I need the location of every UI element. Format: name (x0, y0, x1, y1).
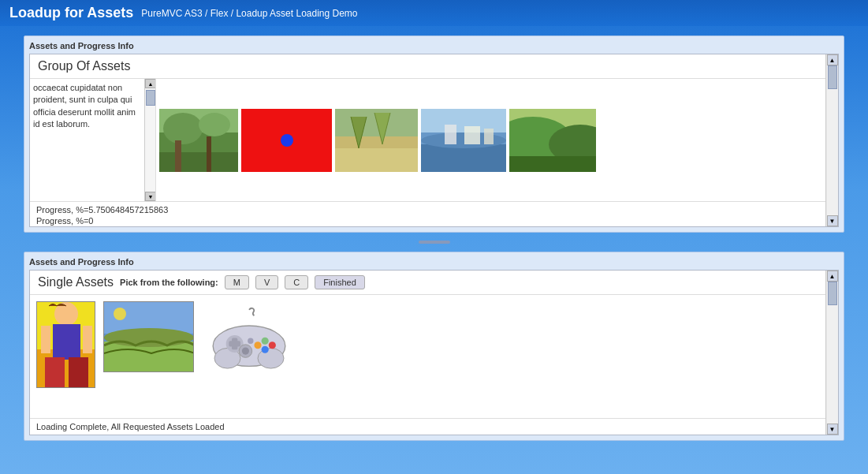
btn-finished[interactable]: Finished (315, 275, 365, 289)
panel1-title: Assets and Progress Info (29, 41, 839, 50)
loading-status: Loading Complete, All Requested Assets L… (30, 418, 825, 435)
single-title: Single Assets (38, 275, 114, 289)
asset-image-harbor (421, 109, 506, 172)
btn-c[interactable]: C (285, 275, 308, 289)
svg-rect-6 (207, 136, 211, 172)
svg-rect-27 (45, 357, 65, 388)
panel1-content: Group Of Assets occaecat cupidatat non p… (29, 54, 839, 227)
lorem-text: occaecat cupidatat non proident, sunt in… (33, 82, 152, 131)
panel2-title: Assets and Progress Info (29, 257, 839, 267)
svg-point-3 (163, 113, 203, 144)
text-area-panel: occaecat cupidatat non proident, sunt in… (30, 79, 156, 201)
svg-rect-14 (445, 125, 456, 144)
btn-v[interactable]: V (255, 275, 278, 289)
main-container: Assets and Progress Info Group Of Assets… (0, 26, 868, 450)
panel1: Assets and Progress Info Group Of Assets… (24, 35, 844, 233)
pick-label: Pick from the following: (120, 278, 218, 287)
panel2-scroll-thumb[interactable] (828, 282, 837, 305)
svg-rect-21 (509, 156, 596, 172)
asset-image-beach (335, 109, 418, 172)
svg-point-45 (269, 342, 276, 349)
svg-rect-2 (159, 152, 238, 172)
app-subtitle: PureMVC AS3 / Flex / Loadup Asset Loadin… (141, 8, 357, 19)
panel2-content: Single Assets Pick from the following: M… (29, 270, 839, 435)
panel1-scroll-down[interactable]: ▼ (827, 215, 838, 226)
svg-point-48 (248, 338, 253, 344)
svg-point-34 (104, 328, 194, 347)
svg-rect-5 (175, 140, 181, 172)
group-title: Group Of Assets (30, 54, 838, 79)
asset-image-red (241, 109, 332, 172)
panel2-scrollbar[interactable]: ▲ ▼ (825, 271, 838, 435)
panel1-scroll-up[interactable]: ▲ (827, 54, 838, 65)
svg-point-4 (199, 113, 230, 136)
svg-point-38 (258, 348, 284, 368)
svg-point-35 (114, 308, 126, 320)
svg-rect-41 (229, 341, 240, 346)
text-scroll-up[interactable]: ▲ (145, 79, 156, 88)
svg-rect-26 (53, 324, 80, 360)
panel2-scroll-up[interactable]: ▲ (827, 271, 838, 282)
app-title: Loadup for Assets (9, 5, 133, 21)
asset-image-controller (202, 301, 296, 376)
svg-rect-29 (41, 326, 50, 353)
svg-rect-15 (464, 126, 480, 144)
panel1-scroll-track (827, 65, 838, 215)
app-header: Loadup for Assets PureMVC AS3 / Flex / L… (0, 0, 868, 26)
text-scroll-down[interactable]: ▼ (145, 192, 156, 201)
divider-handle[interactable] (24, 239, 844, 245)
text-scrollbar[interactable]: ▲ ▼ (144, 79, 155, 201)
progress-line1: Progress, %=5.750648457215863 (36, 205, 832, 215)
svg-rect-9 (335, 148, 418, 172)
asset-image-nature1 (159, 109, 238, 172)
panel1-inner: Group Of Assets occaecat cupidatat non p… (30, 54, 838, 226)
asset-image-art-figure (36, 301, 95, 388)
asset-image-hills (509, 109, 596, 172)
svg-point-47 (242, 348, 249, 355)
svg-point-42 (262, 338, 269, 345)
panel1-body: occaecat cupidatat non proident, sunt in… (30, 79, 838, 201)
svg-rect-16 (484, 129, 494, 144)
panel2-scroll-track (827, 282, 838, 424)
panel2: Assets and Progress Info Single Assets P… (24, 252, 844, 441)
panel1-scrollbar[interactable]: ▲ ▼ (825, 54, 838, 226)
asset-image-vangogh (103, 301, 194, 372)
progress-line2: Progress, %=0 (36, 216, 832, 226)
divider-line (419, 241, 450, 244)
progress-area: Progress, %=5.750648457215863 Progress, … (30, 201, 838, 226)
panel2-scroll-down[interactable]: ▼ (827, 424, 838, 435)
svg-rect-30 (83, 326, 92, 353)
svg-rect-12 (421, 144, 506, 172)
single-title-bar: Single Assets Pick from the following: M… (30, 271, 838, 295)
images-area (156, 79, 838, 201)
panel1-scroll-thumb[interactable] (828, 65, 837, 89)
blue-dot (281, 134, 293, 147)
svg-point-44 (262, 346, 269, 353)
svg-rect-28 (69, 357, 88, 388)
panel2-inner: Single Assets Pick from the following: M… (30, 271, 838, 435)
svg-point-43 (254, 342, 261, 349)
text-scroll-track (145, 88, 155, 192)
single-images (30, 295, 838, 397)
btn-m[interactable]: M (225, 275, 249, 289)
